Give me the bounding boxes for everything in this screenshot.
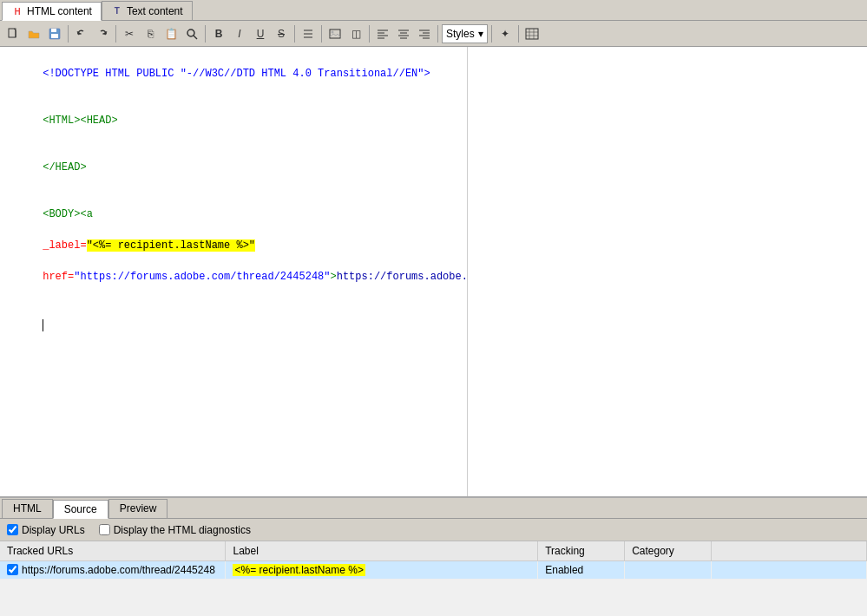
display-urls-checkbox[interactable] — [7, 524, 18, 535]
code-line-2: <HTML><HEAD> — [5, 97, 462, 144]
display-html-diag-label: Display the HTML diagnostics — [114, 524, 251, 536]
cut-button[interactable]: ✂ — [120, 24, 139, 43]
separator-6 — [369, 25, 370, 43]
italic-button[interactable]: I — [230, 24, 249, 43]
copy-button[interactable]: ⎘ — [141, 24, 160, 43]
separator-3 — [205, 25, 206, 43]
align-left-button[interactable] — [373, 24, 392, 43]
options-row: Display URLs Display the HTML diagnostic… — [0, 519, 867, 541]
toolbar: ✂ ⎘ 📋 B I U S ◫ Styles ▾ ✦ — [0, 21, 867, 47]
tab-source-label: Source — [64, 503, 97, 515]
svg-rect-2 — [51, 29, 56, 32]
url-cell: https://forums.adobe.com/thread/2445248 — [0, 560, 226, 579]
code-line-1: <!DOCTYPE HTML PUBLIC "-//W3C//DTD HTML … — [5, 50, 462, 97]
separator-7 — [437, 25, 438, 43]
label-cell: <%= recipient.lastName %> — [226, 560, 538, 579]
strikethrough-button[interactable]: S — [272, 24, 291, 43]
display-urls-label: Display URLs — [22, 524, 85, 536]
tab-text-label: Text content — [127, 5, 183, 17]
styles-arrow: ▾ — [478, 28, 483, 40]
text-icon: T — [111, 5, 123, 17]
extra-cell — [712, 560, 867, 579]
svg-rect-3 — [51, 34, 58, 38]
tracking-cell: Enabled — [538, 560, 625, 579]
media-button[interactable]: ◫ — [346, 24, 365, 43]
editor-area: <!DOCTYPE HTML PUBLIC "-//W3C//DTD HTML … — [0, 47, 867, 498]
align-center-button[interactable] — [394, 24, 413, 43]
tab-html-label: HTML — [13, 502, 42, 514]
redo-button[interactable] — [93, 24, 112, 43]
html-icon: H — [11, 5, 23, 17]
open-button[interactable] — [24, 24, 43, 43]
top-tab-bar: H HTML content T Text content — [0, 0, 867, 21]
code-cursor-line — [5, 300, 462, 347]
col-category: Category — [625, 541, 712, 560]
bold-button[interactable]: B — [209, 24, 228, 43]
svg-point-4 — [187, 29, 194, 36]
svg-line-5 — [194, 36, 197, 39]
svg-rect-9 — [330, 29, 340, 38]
tracked-urls-table-container: Tracked URLs Label Tracking Category htt… — [0, 541, 867, 580]
tab-preview[interactable]: Preview — [108, 499, 168, 518]
col-extra — [712, 541, 867, 560]
display-urls-checkbox-label[interactable]: Display URLs — [7, 524, 85, 536]
tab-html-content[interactable]: H HTML content — [2, 2, 102, 21]
col-tracking: Tracking — [538, 541, 625, 560]
align-right-button[interactable] — [415, 24, 434, 43]
code-line-3: </HEAD> — [5, 144, 462, 191]
list-button[interactable] — [299, 24, 318, 43]
text-cursor — [43, 319, 43, 331]
extra-button[interactable]: ✦ — [496, 24, 515, 43]
table-row: https://forums.adobe.com/thread/2445248<… — [0, 560, 867, 579]
tab-source[interactable]: Source — [53, 500, 108, 519]
category-cell — [625, 560, 712, 579]
image-button[interactable] — [325, 24, 345, 43]
tab-preview-label: Preview — [120, 502, 157, 514]
svg-point-10 — [332, 30, 334, 33]
label-highlight: <%= recipient.lastName %> — [233, 564, 365, 576]
bottom-tab-bar: HTML Source Preview — [0, 498, 867, 519]
new-button[interactable] — [3, 24, 23, 43]
url-text: https://forums.adobe.com/thread/2445248 — [22, 564, 215, 576]
separator-8 — [491, 25, 492, 43]
editor-right-panel — [468, 47, 867, 496]
separator-9 — [518, 25, 519, 43]
separator-4 — [294, 25, 295, 43]
tracked-urls-table: Tracked URLs Label Tracking Category htt… — [0, 541, 867, 580]
save-button[interactable] — [45, 24, 64, 43]
col-label: Label — [226, 541, 538, 560]
styles-dropdown[interactable]: Styles ▾ — [442, 24, 488, 43]
paste-button[interactable]: 📋 — [161, 24, 181, 43]
tab-text-content[interactable]: T Text content — [102, 1, 193, 20]
table-button[interactable] — [522, 24, 542, 43]
row-checkbox[interactable] — [7, 564, 18, 575]
svg-rect-23 — [526, 29, 538, 39]
display-html-diag-checkbox[interactable] — [99, 524, 110, 535]
separator-5 — [321, 25, 322, 43]
col-tracked-urls: Tracked URLs — [0, 541, 226, 560]
separator-2 — [115, 25, 116, 43]
separator-1 — [68, 25, 69, 43]
tab-html[interactable]: HTML — [2, 499, 53, 518]
underline-button[interactable]: U — [251, 24, 270, 43]
styles-label: Styles — [446, 28, 475, 40]
undo-button[interactable] — [72, 24, 91, 43]
tab-html-label: HTML content — [27, 5, 92, 17]
table-header-row: Tracked URLs Label Tracking Category — [0, 541, 867, 560]
display-html-diag-checkbox-label[interactable]: Display the HTML diagnostics — [99, 524, 251, 536]
code-editor[interactable]: <!DOCTYPE HTML PUBLIC "-//W3C//DTD HTML … — [0, 47, 468, 496]
code-line-4: <BODY><a _label="<%= recipient.lastName … — [5, 191, 462, 300]
find-button[interactable] — [182, 24, 201, 43]
